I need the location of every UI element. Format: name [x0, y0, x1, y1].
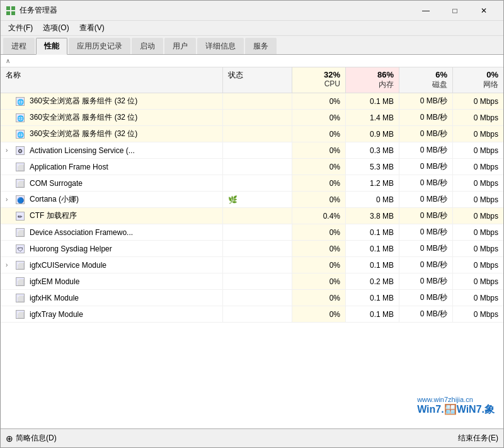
row-net-cell: 0 Mbps [453, 290, 503, 306]
row-disk-cell: 0 MB/秒 [399, 192, 453, 207]
end-task-button[interactable]: 结束任务(E) [458, 433, 498, 444]
menu-view[interactable]: 查看(V) [74, 21, 110, 35]
expand-icon: ⊕ [6, 434, 13, 444]
expand-arrow-icon[interactable]: › [6, 261, 13, 268]
table-row[interactable]: 🌐360安全浏览器 服务组件 (32 位)0%1.4 MB0 MB/秒0 Mbp… [1, 110, 503, 126]
row-mem-cell: 0.1 MB [346, 224, 399, 240]
table-row[interactable]: ›🔵Cortana (小娜)🌿0%0 MB0 MB/秒0 Mbps [1, 192, 503, 208]
table-row[interactable]: ⬜COM Surrogate0%1.2 MB0 MB/秒0 Mbps [1, 175, 503, 192]
menu-file[interactable]: 文件(F) [3, 21, 38, 35]
process-name: Cortana (小娜) [30, 194, 79, 205]
row-disk-cell: 0 MB/秒 [399, 257, 453, 273]
expand-arrow-icon[interactable]: › [6, 196, 13, 203]
table-row[interactable]: ⬜Application Frame Host0%5.3 MB0 MB/秒0 M… [1, 159, 503, 175]
process-name: Device Association Framewo... [30, 228, 133, 237]
row-cpu-cell: 0% [292, 257, 346, 273]
svg-rect-3 [11, 11, 15, 15]
row-name-cell: ⬜COM Surrogate [1, 175, 223, 191]
table-row[interactable]: 🛡Huorong Sysdiag Helper0%0.1 MB0 MB/秒0 M… [1, 241, 503, 257]
row-disk-cell: 0 MB/秒 [399, 159, 453, 175]
row-cpu-cell: 0% [292, 192, 346, 207]
row-name-cell: ⬜igfxTray Module [1, 306, 223, 322]
row-disk-cell: 0 MB/秒 [399, 175, 453, 191]
tab-details[interactable]: 详细信息 [197, 38, 244, 54]
svg-rect-1 [11, 6, 15, 10]
row-disk-cell: 0 MB/秒 [399, 126, 453, 142]
minimize-button[interactable]: — [411, 1, 440, 21]
svg-rect-2 [6, 11, 10, 15]
expand-arrow-icon[interactable]: › [6, 147, 13, 154]
tab-services[interactable]: 服务 [245, 38, 277, 54]
brief-info-button[interactable]: 简略信息(D) [16, 433, 57, 444]
row-name-cell: 🌐360安全浏览器 服务组件 (32 位) [1, 110, 223, 125]
process-name: 360安全浏览器 服务组件 (32 位) [30, 112, 137, 123]
table-row[interactable]: ⬜igfxEM Module0%0.2 MB0 MB/秒0 Mbps [1, 273, 503, 290]
process-name: Activation Licensing Service (... [30, 146, 135, 155]
tab-performance[interactable]: 性能 [36, 38, 67, 55]
process-name: Application Frame Host [30, 163, 108, 171]
header-net[interactable]: 0% 网络 [453, 67, 503, 93]
row-status-cell [223, 290, 292, 306]
row-disk-cell: 0 MB/秒 [399, 208, 453, 224]
leaf-icon: 🌿 [228, 195, 238, 204]
table-body: 🌐360安全浏览器 服务组件 (32 位)0%0.1 MB0 MB/秒0 Mbp… [1, 93, 503, 428]
header-mem[interactable]: 86% 内存 [346, 67, 399, 93]
menu-options[interactable]: 选项(O) [38, 21, 74, 35]
row-status-cell [223, 175, 292, 191]
row-status-cell [223, 224, 292, 240]
menu-bar: 文件(F) 选项(O) 查看(V) [1, 21, 503, 36]
header-name[interactable]: 名称 [1, 67, 223, 93]
tab-app-history[interactable]: 应用历史记录 [69, 38, 130, 54]
tab-users[interactable]: 用户 [164, 38, 196, 54]
row-status-cell [223, 241, 292, 256]
table-row[interactable]: ⬜igfxHK Module0%0.1 MB0 MB/秒0 Mbps [1, 290, 503, 306]
process-name: 360安全浏览器 服务组件 (32 位) [30, 96, 137, 106]
tab-processes[interactable]: 进程 [3, 38, 35, 54]
table-row[interactable]: 🌐360安全浏览器 服务组件 (32 位)0%0.9 MB0 MB/秒0 Mbp… [1, 126, 503, 142]
table-row[interactable]: ›⬜igfxCUIService Module0%0.1 MB0 MB/秒0 M… [1, 257, 503, 273]
row-mem-cell: 1.2 MB [346, 175, 399, 191]
close-button[interactable]: ✕ [469, 1, 498, 21]
table-row[interactable]: 🌐360安全浏览器 服务组件 (32 位)0%0.1 MB0 MB/秒0 Mbp… [1, 93, 503, 110]
row-status-cell: 🌿 [223, 192, 292, 207]
row-net-cell: 0 Mbps [453, 126, 503, 142]
row-net-cell: 0 Mbps [453, 110, 503, 125]
task-manager-window: 任务管理器 — □ ✕ 文件(F) 选项(O) 查看(V) 进程 性能 应用历史… [0, 0, 504, 448]
row-net-cell: 0 Mbps [453, 159, 503, 175]
row-net-cell: 0 Mbps [453, 93, 503, 109]
table-row[interactable]: ✏CTF 加载程序0.4%3.8 MB0 MB/秒0 Mbps [1, 208, 503, 224]
header-status[interactable]: 状态 [223, 67, 292, 93]
row-mem-cell: 0.1 MB [346, 241, 399, 256]
row-disk-cell: 0 MB/秒 [399, 306, 453, 322]
row-mem-cell: 0.1 MB [346, 290, 399, 306]
row-name-cell: ⬜Application Frame Host [1, 159, 223, 175]
process-name: igfxHK Module [30, 294, 79, 302]
row-net-cell: 0 Mbps [453, 192, 503, 207]
row-status-cell [223, 159, 292, 175]
table-row[interactable]: ⬜igfxTray Module0%0.1 MB0 MB/秒0 Mbps [1, 306, 503, 323]
app-icon [6, 6, 16, 16]
row-name-cell: 🌐360安全浏览器 服务组件 (32 位) [1, 126, 223, 142]
row-net-cell: 0 Mbps [453, 273, 503, 289]
row-name-cell: 🌐360安全浏览器 服务组件 (32 位) [1, 93, 223, 109]
header-cpu[interactable]: 32% CPU [292, 67, 346, 93]
bottom-bar: ⊕ 简略信息(D) 结束任务(E) [1, 428, 503, 447]
header-disk[interactable]: 6% 磁盘 [399, 67, 453, 93]
sort-arrow-icon[interactable]: ∧ [6, 57, 10, 64]
row-mem-cell: 0.1 MB [346, 306, 399, 322]
maximize-button[interactable]: □ [440, 1, 469, 21]
row-mem-cell: 0.1 MB [346, 257, 399, 273]
row-status-cell [223, 257, 292, 273]
row-name-cell: ✏CTF 加载程序 [1, 208, 223, 224]
row-cpu-cell: 0% [292, 110, 346, 125]
table-row[interactable]: ›⚙Activation Licensing Service (...0%0.3… [1, 142, 503, 159]
row-disk-cell: 0 MB/秒 [399, 142, 453, 158]
tab-startup[interactable]: 启动 [132, 38, 163, 54]
table-row[interactable]: ⬜Device Association Framewo...0%0.1 MB0 … [1, 224, 503, 241]
row-net-cell: 0 Mbps [453, 175, 503, 191]
row-name-cell: ⬜igfxHK Module [1, 290, 223, 306]
row-cpu-cell: 0% [292, 126, 346, 142]
row-disk-cell: 0 MB/秒 [399, 93, 453, 109]
table-header: 名称 状态 32% CPU 86% 内存 6% 磁盘 0% 网络 [1, 67, 503, 93]
row-status-cell [223, 208, 292, 224]
